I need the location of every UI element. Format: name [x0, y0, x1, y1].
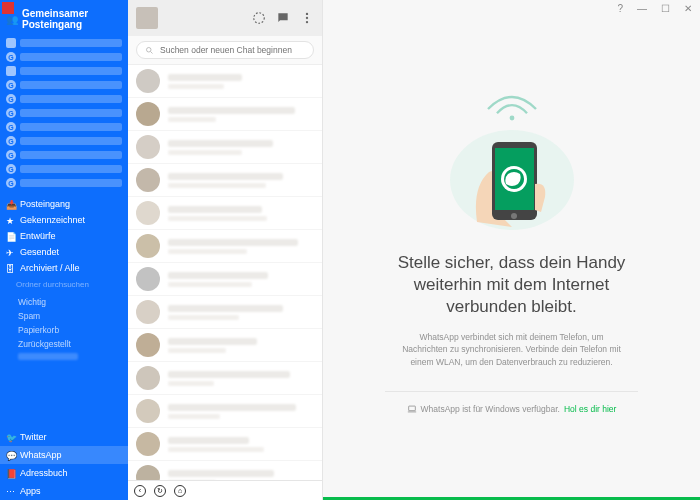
account-item[interactable]: G — [0, 134, 128, 148]
chat-name-redacted — [168, 107, 295, 114]
chat-preview-redacted — [168, 249, 247, 254]
chat-item[interactable] — [128, 197, 322, 230]
sidebar-title: Gemeinsamer Posteingang — [22, 8, 122, 30]
chat-name-redacted — [168, 470, 274, 477]
chat-item[interactable] — [128, 65, 322, 98]
chat-preview-redacted — [168, 84, 224, 89]
sidebar-item-twitter[interactable]: 🐦Twitter — [0, 428, 128, 446]
chat-avatar — [136, 333, 160, 357]
chat-name-redacted — [168, 305, 283, 312]
account-item[interactable]: G — [0, 148, 128, 162]
folder-item[interactable]: ✈Gesendet — [0, 244, 128, 260]
subfolder-item[interactable]: Papierkorb — [0, 323, 128, 337]
account-name-redacted — [20, 137, 122, 145]
chat-name-redacted — [168, 74, 242, 81]
menu-icon[interactable] — [300, 11, 314, 25]
status-icon[interactable] — [252, 11, 266, 25]
chat-avatar — [136, 234, 160, 258]
laptop-icon — [407, 404, 417, 414]
chat-item[interactable] — [128, 131, 322, 164]
subfolder-item[interactable]: Zurückgestellt — [0, 337, 128, 351]
minimize-button[interactable]: — — [637, 3, 647, 14]
account-avatar: G — [6, 94, 16, 104]
help-button[interactable]: ? — [617, 3, 623, 14]
chat-avatar — [136, 102, 160, 126]
account-name-redacted — [20, 39, 122, 47]
back-icon[interactable]: ‹ — [134, 485, 146, 497]
subfolder-list: WichtigSpamPapierkorbZurückgestellt — [0, 295, 128, 362]
account-item[interactable]: G — [0, 162, 128, 176]
account-item[interactable] — [0, 36, 128, 50]
subfolder-item[interactable]: Wichtig — [0, 295, 128, 309]
folder-item[interactable]: ★Gekennzeichnet — [0, 212, 128, 228]
svg-point-4 — [147, 47, 152, 52]
archive-icon: 🗄 — [6, 264, 15, 273]
window-controls: ? — ☐ ✕ — [609, 0, 700, 16]
chat-item[interactable] — [128, 461, 322, 480]
file-icon: 📄 — [6, 232, 15, 241]
chat-preview-redacted — [168, 282, 252, 287]
apps-icon: ⋯ — [6, 487, 15, 496]
subfolder-item[interactable]: Spam — [0, 309, 128, 323]
svg-line-5 — [151, 51, 153, 53]
maximize-button[interactable]: ☐ — [661, 3, 670, 14]
sidebar-item-label: Apps — [20, 486, 41, 496]
folder-item[interactable]: 📄Entwürfe — [0, 228, 128, 244]
chat-search-input[interactable] — [160, 45, 305, 55]
svg-point-3 — [306, 21, 308, 23]
chat-name-redacted — [168, 404, 296, 411]
new-chat-icon[interactable] — [276, 11, 290, 25]
chat-preview-redacted — [168, 216, 267, 221]
sidebar-item-whatsapp[interactable]: 💬WhatsApp — [0, 446, 128, 464]
account-item[interactable] — [0, 64, 128, 78]
chat-item[interactable] — [128, 362, 322, 395]
chat-preview-redacted — [168, 447, 264, 452]
close-button[interactable]: ✕ — [684, 3, 692, 14]
chat-name-redacted — [168, 338, 257, 345]
chat-avatar — [136, 267, 160, 291]
chat-item[interactable] — [128, 428, 322, 461]
sidebar-item-adressbuch[interactable]: 📕Adressbuch — [0, 464, 128, 482]
account-item[interactable]: G — [0, 78, 128, 92]
unified-inbox-header[interactable]: 👥 Gemeinsamer Posteingang — [0, 0, 128, 36]
account-item[interactable]: G — [0, 106, 128, 120]
chat-item[interactable] — [128, 164, 322, 197]
home-icon[interactable]: ⌂ — [174, 485, 186, 497]
folder-label: Posteingang — [20, 199, 70, 209]
main-panel: Stelle sicher, dass dein Handy weiterhin… — [323, 0, 700, 500]
chat-item[interactable] — [128, 296, 322, 329]
avatar[interactable] — [136, 7, 158, 29]
chat-name-redacted — [168, 272, 268, 279]
account-avatar: G — [6, 136, 16, 146]
account-item[interactable]: G — [0, 50, 128, 64]
folder-label: Archiviert / Alle — [20, 263, 80, 273]
account-item[interactable]: G — [0, 120, 128, 134]
chat-name-redacted — [168, 239, 298, 246]
account-avatar: G — [6, 108, 16, 118]
chat-list[interactable] — [128, 65, 322, 480]
chat-avatar — [136, 465, 160, 480]
download-link[interactable]: Hol es dir hier — [564, 404, 616, 414]
sync-icon[interactable]: ↻ — [154, 485, 166, 497]
account-item[interactable]: G — [0, 176, 128, 190]
chat-name-redacted — [168, 206, 262, 213]
subfolder-item[interactable] — [0, 351, 128, 362]
chat-item[interactable] — [128, 263, 322, 296]
chat-item[interactable] — [128, 230, 322, 263]
account-name-redacted — [20, 151, 122, 159]
sidebar-item-apps[interactable]: ⋯Apps — [0, 482, 128, 500]
svg-point-11 — [511, 213, 517, 219]
bottom-toolbar: ‹ ↻ ⌂ — [128, 480, 322, 500]
chat-item[interactable] — [128, 98, 322, 131]
chat-avatar — [136, 399, 160, 423]
folder-item[interactable]: 📥Posteingang — [0, 196, 128, 212]
folder-item[interactable]: 🗄Archiviert / Alle — [0, 260, 128, 276]
inbox-icon: 📥 — [6, 200, 15, 209]
account-name-redacted — [20, 123, 122, 131]
account-avatar: G — [6, 52, 16, 62]
chat-item[interactable] — [128, 395, 322, 428]
chat-item[interactable] — [128, 329, 322, 362]
folder-search[interactable]: Ordner durchsuchen — [16, 280, 122, 289]
divider — [385, 391, 639, 392]
account-item[interactable]: G — [0, 92, 128, 106]
